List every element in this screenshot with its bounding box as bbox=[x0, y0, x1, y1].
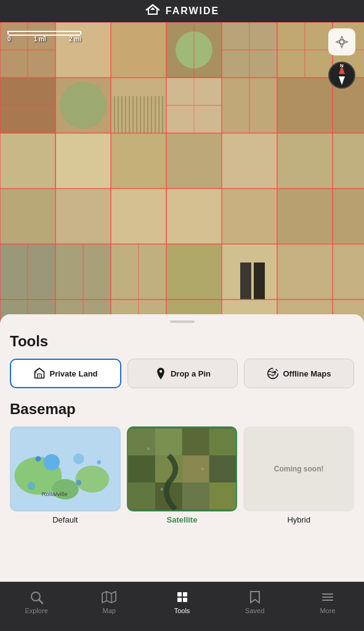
svg-rect-36 bbox=[111, 96, 166, 133]
nav-more[interactable]: More bbox=[291, 590, 364, 614]
svg-rect-98 bbox=[182, 428, 209, 455]
scale-label-2: 2 mi bbox=[69, 36, 81, 43]
basemap-default-thumb: Rolla/ville bbox=[10, 426, 121, 511]
coming-soon-text: Coming soon! bbox=[274, 465, 324, 473]
nav-tools-label: Tools bbox=[174, 607, 190, 614]
compass-n-label: N bbox=[340, 63, 344, 68]
offline-maps-button[interactable]: Offline Maps bbox=[244, 359, 354, 388]
drag-handle[interactable] bbox=[170, 320, 195, 323]
basemap-row: Rolla/ville Default bbox=[10, 426, 354, 524]
svg-rect-27 bbox=[277, 189, 364, 244]
bottom-sheet: Tools Private Land Drop a Pin bbox=[0, 314, 364, 582]
nav-map[interactable]: Map bbox=[73, 590, 145, 614]
svg-rect-117 bbox=[177, 598, 182, 602]
svg-rect-21 bbox=[222, 133, 277, 189]
basemap-hybrid[interactable]: Coming soon! Hybrid bbox=[243, 426, 354, 524]
svg-rect-18 bbox=[55, 133, 111, 189]
svg-rect-115 bbox=[177, 592, 182, 596]
svg-rect-100 bbox=[128, 455, 155, 482]
basemap-section-title: Basemap bbox=[10, 401, 354, 418]
drop-pin-label: Drop a Pin bbox=[171, 369, 211, 378]
svg-point-81 bbox=[39, 375, 41, 377]
basemap-default-label: Default bbox=[52, 515, 78, 524]
basemap-satellite[interactable]: Satellite bbox=[127, 426, 238, 524]
offline-maps-label: Offline Maps bbox=[283, 369, 331, 378]
svg-rect-24 bbox=[55, 189, 111, 244]
svg-point-82 bbox=[160, 370, 162, 373]
svg-rect-118 bbox=[183, 598, 187, 602]
scale-bar: 0 1 mi 2 mi bbox=[7, 31, 81, 43]
nav-saved-label: Saved bbox=[245, 607, 264, 614]
svg-rect-96 bbox=[128, 428, 155, 455]
svg-rect-35 bbox=[254, 263, 265, 299]
nav-saved[interactable]: Saved bbox=[219, 590, 291, 614]
svg-rect-17 bbox=[0, 133, 55, 189]
map-canvas[interactable]: 0 1 mi 2 mi N bbox=[0, 22, 364, 330]
svg-point-89 bbox=[73, 454, 84, 465]
svg-point-88 bbox=[44, 454, 60, 470]
nav-map-label: Map bbox=[103, 607, 116, 614]
basemap-default[interactable]: Rolla/ville Default bbox=[10, 426, 121, 524]
svg-rect-97 bbox=[155, 428, 182, 455]
svg-point-93 bbox=[97, 460, 101, 465]
svg-rect-23 bbox=[0, 189, 55, 244]
map-svg bbox=[0, 22, 364, 330]
svg-point-109 bbox=[201, 468, 203, 470]
nav-explore[interactable]: Explore bbox=[0, 590, 73, 614]
svg-text:Rolla/ville: Rolla/ville bbox=[41, 491, 68, 497]
private-land-button[interactable]: Private Land bbox=[10, 359, 121, 388]
tools-section-title: Tools bbox=[10, 333, 354, 350]
logo-icon bbox=[145, 4, 161, 18]
basemap-hybrid-thumb: Coming soon! bbox=[243, 426, 354, 511]
app-header: FARWIDE bbox=[0, 0, 364, 22]
svg-point-92 bbox=[76, 480, 81, 486]
svg-point-110 bbox=[160, 488, 163, 491]
bottom-nav: Explore Map Tools Saved Mor bbox=[0, 582, 364, 631]
svg-rect-99 bbox=[209, 428, 236, 455]
private-land-label: Private Land bbox=[49, 369, 97, 378]
svg-rect-104 bbox=[128, 482, 155, 510]
svg-point-87 bbox=[75, 466, 109, 493]
svg-rect-107 bbox=[209, 482, 236, 510]
location-button[interactable] bbox=[328, 28, 355, 55]
svg-rect-102 bbox=[182, 455, 209, 482]
tools-row: Private Land Drop a Pin Offline Maps bbox=[10, 359, 354, 388]
svg-point-91 bbox=[36, 456, 41, 462]
map-container[interactable]: 0 1 mi 2 mi N bbox=[0, 22, 364, 330]
logo: FARWIDE bbox=[145, 4, 219, 18]
app-title: FARWIDE bbox=[166, 6, 219, 17]
nav-more-label: More bbox=[320, 607, 335, 614]
svg-rect-116 bbox=[183, 592, 187, 596]
basemap-satellite-label: Satellite bbox=[167, 515, 198, 524]
svg-rect-106 bbox=[182, 482, 209, 510]
nav-tools[interactable]: Tools bbox=[145, 590, 218, 614]
svg-rect-34 bbox=[240, 263, 251, 299]
svg-rect-26 bbox=[222, 189, 277, 244]
basemap-hybrid-label: Hybrid bbox=[287, 515, 310, 524]
svg-point-108 bbox=[147, 447, 149, 450]
svg-rect-12 bbox=[277, 78, 364, 133]
scale-label-0: 0 bbox=[7, 36, 11, 43]
svg-rect-103 bbox=[209, 455, 236, 482]
drop-pin-button[interactable]: Drop a Pin bbox=[127, 359, 238, 388]
svg-point-13 bbox=[60, 82, 107, 129]
svg-rect-22 bbox=[277, 133, 364, 189]
compass: N bbox=[328, 62, 355, 89]
svg-rect-20 bbox=[166, 133, 222, 189]
svg-point-90 bbox=[27, 482, 35, 490]
svg-rect-3 bbox=[111, 22, 166, 78]
svg-line-112 bbox=[39, 600, 43, 604]
nav-explore-label: Explore bbox=[25, 607, 47, 614]
basemap-satellite-thumb bbox=[127, 426, 238, 511]
svg-rect-19 bbox=[111, 133, 166, 189]
